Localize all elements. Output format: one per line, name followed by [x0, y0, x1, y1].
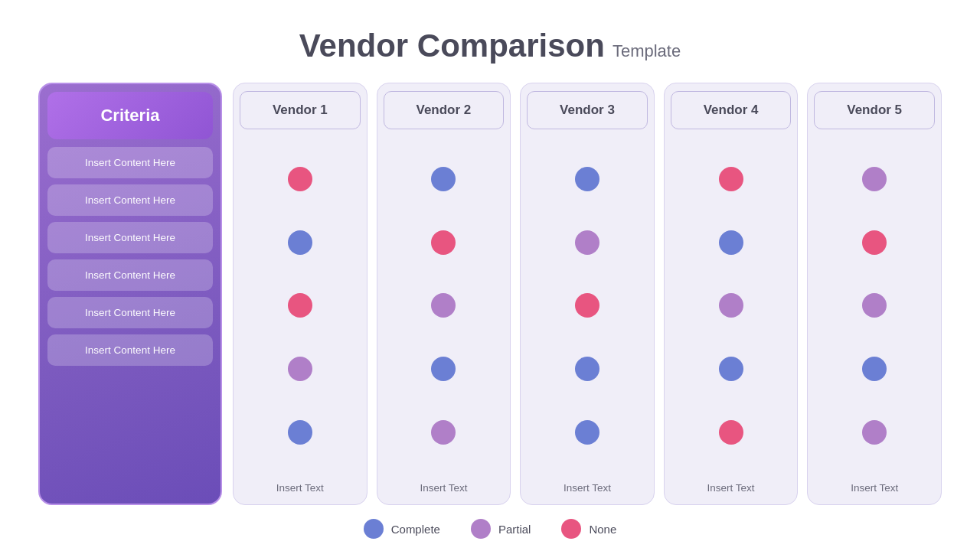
- legend-dot-complete: [364, 519, 384, 539]
- vendor-col-1: Vendor 1Insert Text: [233, 83, 368, 505]
- legend-item-complete: Complete: [364, 519, 440, 539]
- dot-row: [240, 287, 361, 324]
- criteria-item: Insert Content Here: [47, 259, 213, 291]
- dot-row: [240, 224, 361, 261]
- legend-label-partial: Partial: [498, 523, 531, 536]
- dot-row: [240, 350, 361, 387]
- vendor-col-3: Vendor 3Insert Text: [520, 83, 655, 505]
- dot-row: [814, 414, 935, 451]
- vendor-header-5: Vendor 5: [814, 91, 935, 129]
- criteria-item: Insert Content Here: [47, 222, 213, 253]
- dot-row: [814, 224, 935, 261]
- dot-none: [288, 293, 312, 318]
- legend-label-complete: Complete: [391, 523, 440, 536]
- legend-label-none: None: [589, 523, 616, 536]
- criteria-column: Criteria Insert Content Here Insert Cont…: [38, 83, 222, 505]
- dot-complete: [431, 357, 456, 381]
- vendor-dots-2: [384, 134, 505, 478]
- dot-row: [671, 414, 792, 451]
- dot-complete: [575, 420, 599, 445]
- vendor-col-5: Vendor 5Insert Text: [807, 83, 942, 505]
- dot-row: [814, 161, 935, 197]
- dot-row: [240, 414, 361, 451]
- vendor-header-2: Vendor 2: [384, 91, 505, 129]
- legend-item-partial: Partial: [471, 519, 531, 539]
- vendor-header-1: Vendor 1: [240, 91, 361, 129]
- dot-none: [719, 167, 743, 191]
- vendor-footer-4: Insert Text: [707, 482, 755, 494]
- dot-row: [814, 350, 935, 387]
- dot-complete: [862, 357, 887, 381]
- dot-row: [671, 287, 792, 324]
- vendor-col-4: Vendor 4Insert Text: [664, 83, 799, 505]
- page-title: Vendor Comparison Template: [299, 28, 681, 64]
- dot-row: [527, 224, 648, 261]
- dot-none: [431, 230, 456, 255]
- dot-complete: [719, 357, 743, 381]
- criteria-item: Insert Content Here: [47, 147, 213, 178]
- vendor-columns: Vendor 1Insert TextVendor 2Insert TextVe…: [233, 83, 942, 505]
- vendor-header-4: Vendor 4: [671, 91, 792, 129]
- dot-row: [384, 350, 505, 387]
- vendor-dots-1: [240, 134, 361, 478]
- dot-row: [671, 161, 792, 197]
- dot-partial: [862, 293, 887, 318]
- dot-row: [527, 287, 648, 324]
- vendor-dots-4: [671, 134, 792, 478]
- dot-partial: [719, 293, 743, 318]
- title-main: Vendor Comparison: [299, 28, 605, 64]
- dot-none: [575, 293, 599, 318]
- dot-partial: [575, 230, 599, 255]
- dot-complete: [575, 357, 599, 381]
- comparison-table: Criteria Insert Content Here Insert Cont…: [38, 83, 942, 505]
- legend-item-none: None: [561, 519, 616, 539]
- dot-row: [671, 224, 792, 261]
- dot-partial: [288, 357, 312, 381]
- dot-row: [527, 414, 648, 451]
- dot-complete: [575, 167, 599, 191]
- dot-row: [384, 161, 505, 197]
- dot-none: [288, 167, 312, 191]
- vendor-footer-1: Insert Text: [276, 482, 324, 494]
- dot-partial: [862, 420, 887, 445]
- dot-complete: [288, 230, 312, 255]
- criteria-header: Criteria: [47, 92, 213, 139]
- dot-row: [384, 224, 505, 261]
- dot-complete: [288, 420, 312, 445]
- legend-dot-none: [561, 519, 581, 539]
- dot-row: [384, 287, 505, 324]
- dot-row: [384, 414, 505, 451]
- legend: CompletePartialNone: [364, 519, 617, 539]
- vendor-dots-5: [814, 134, 935, 478]
- dot-partial: [431, 420, 456, 445]
- vendor-header-3: Vendor 3: [527, 91, 648, 129]
- vendor-footer-2: Insert Text: [420, 482, 467, 494]
- dot-none: [719, 420, 743, 445]
- dot-row: [240, 161, 361, 197]
- criteria-item: Insert Content Here: [47, 184, 213, 216]
- dot-row: [671, 350, 792, 387]
- dot-none: [862, 230, 887, 255]
- vendor-col-2: Vendor 2Insert Text: [377, 83, 511, 505]
- dot-partial: [431, 293, 456, 318]
- dot-complete: [719, 230, 743, 255]
- vendor-footer-3: Insert Text: [564, 482, 611, 494]
- criteria-item: Insert Content Here: [47, 297, 213, 328]
- dot-partial: [862, 167, 887, 191]
- dot-complete: [431, 167, 456, 191]
- criteria-item: Insert Content Here: [47, 334, 213, 366]
- dot-row: [527, 350, 648, 387]
- vendor-footer-5: Insert Text: [851, 482, 898, 494]
- dot-row: [527, 161, 648, 197]
- title-sub: Template: [612, 41, 681, 61]
- legend-dot-partial: [471, 519, 491, 539]
- dot-row: [814, 287, 935, 324]
- vendor-dots-3: [527, 134, 648, 478]
